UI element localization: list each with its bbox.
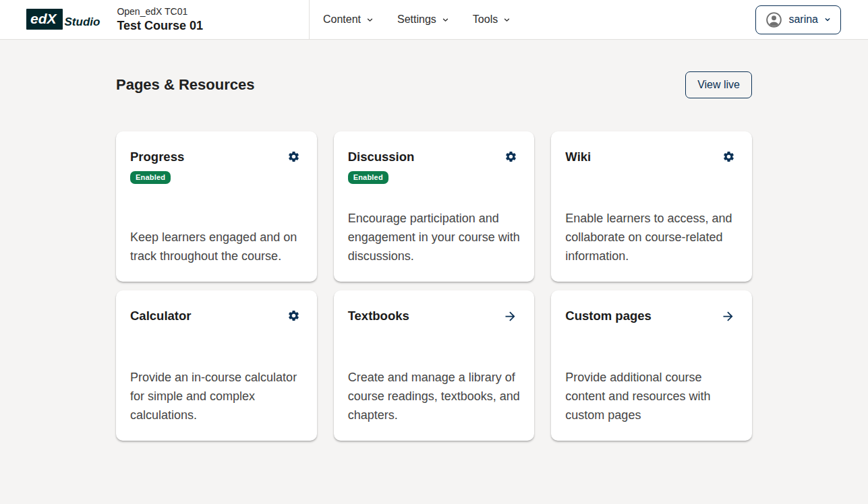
chevron-down-icon — [823, 15, 832, 24]
cards-grid: Progress Enabled Keep learners engaged a… — [116, 131, 752, 441]
avatar-icon — [765, 11, 783, 29]
card-description: Provide an in-course calculator for simp… — [130, 368, 303, 424]
page-card: Calculator Provide an in-course calculat… — [116, 290, 317, 441]
course-info: Open_edX TC01 Test Course 01 — [117, 6, 203, 33]
top-header: edX Studio Open_edX TC01 Test Course 01 … — [0, 0, 868, 40]
chevron-down-icon — [502, 15, 511, 24]
studio-logo-label: Studio — [65, 15, 100, 30]
enabled-badge: Enabled — [348, 171, 388, 184]
username-label: sarina — [788, 13, 818, 26]
nav-tools[interactable]: Tools — [473, 13, 511, 26]
arrow-forward-icon — [721, 309, 735, 323]
arrow-forward-icon — [503, 309, 517, 323]
card-settings-button[interactable] — [722, 150, 735, 163]
card-title: Textbooks — [348, 308, 409, 323]
chevron-down-icon — [366, 15, 374, 24]
card-description: Encourage participation and engagement i… — [348, 209, 521, 265]
main-nav: Content Settings Tools — [323, 13, 511, 26]
header-divider — [309, 0, 310, 39]
card-settings-button[interactable] — [287, 150, 300, 163]
card-title: Calculator — [130, 308, 191, 323]
pages-resources-main: Pages & Resources View live Progress Ena… — [116, 40, 752, 441]
nav-settings-label: Settings — [397, 13, 436, 26]
settings-gear-icon — [287, 150, 300, 163]
card-title: Custom pages — [565, 308, 651, 323]
edx-studio-logo[interactable]: edX Studio — [26, 9, 100, 30]
card-open-button[interactable] — [721, 309, 735, 323]
page-header: Pages & Resources View live — [116, 71, 752, 98]
edx-logo-mark: edX — [26, 9, 63, 30]
page-card: Custom pages Provide additional course c… — [551, 290, 752, 441]
nav-content[interactable]: Content — [323, 13, 374, 26]
settings-gear-icon — [504, 150, 517, 163]
card-description: Enable learners to access, and collabora… — [565, 209, 739, 265]
chevron-down-icon — [441, 15, 450, 24]
card-title: Discussion — [348, 149, 415, 164]
settings-gear-icon — [722, 150, 735, 163]
card-settings-button[interactable] — [287, 309, 300, 322]
nav-tools-label: Tools — [473, 13, 498, 26]
page-card: Discussion Enabled Encourage participati… — [334, 131, 535, 282]
settings-gear-icon — [287, 309, 300, 322]
user-menu-button[interactable]: sarina — [755, 5, 841, 34]
view-live-button[interactable]: View live — [685, 71, 752, 98]
card-settings-button[interactable] — [504, 150, 517, 163]
card-description: Provide additional course content and re… — [565, 368, 739, 424]
nav-content-label: Content — [323, 13, 361, 26]
page-card: Wiki Enable learners to access, and coll… — [551, 131, 752, 282]
card-title: Wiki — [565, 149, 591, 164]
page-title: Pages & Resources — [116, 76, 254, 94]
card-title: Progress — [130, 149, 184, 164]
card-open-button[interactable] — [503, 309, 517, 323]
enabled-badge: Enabled — [130, 171, 171, 184]
page-card: Progress Enabled Keep learners engaged a… — [116, 131, 317, 282]
course-org-number: Open_edX TC01 — [117, 6, 203, 18]
card-description: Keep learners engaged and on track throu… — [130, 228, 303, 265]
page-card: Textbooks Create and manage a library of… — [334, 290, 535, 441]
course-title: Test Course 01 — [117, 19, 203, 34]
nav-settings[interactable]: Settings — [397, 13, 450, 26]
card-description: Create and manage a library of course re… — [348, 368, 521, 424]
